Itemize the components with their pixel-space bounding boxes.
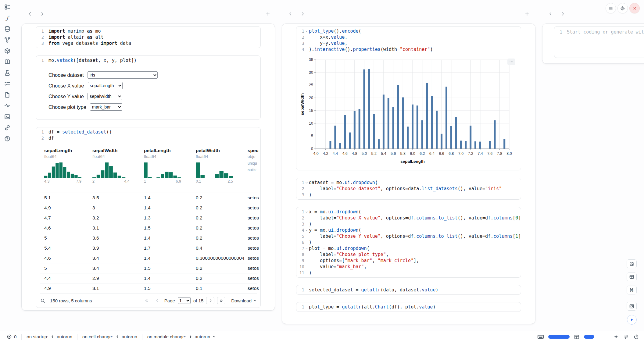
last-page-button[interactable] xyxy=(217,297,225,304)
column-forward-button[interactable] xyxy=(298,9,307,18)
settings-button[interactable] xyxy=(617,3,628,13)
fold-icon[interactable] xyxy=(304,209,309,215)
sparkles-icon xyxy=(613,334,619,340)
table-row: 4.42.91.40.2setos xyxy=(40,273,257,283)
rail-help-button[interactable] xyxy=(4,135,11,142)
table-cell: setos xyxy=(244,286,261,291)
prev-page-button[interactable] xyxy=(153,297,162,304)
choose-y-value-select[interactable]: sepalWidth xyxy=(88,93,122,100)
rail-file-button[interactable] xyxy=(4,91,11,98)
table-cell: 1.7 xyxy=(140,245,192,251)
line-number: 9 xyxy=(296,258,304,264)
rail-link-button[interactable] xyxy=(4,124,11,131)
next-page-button[interactable] xyxy=(206,297,214,304)
code-editor[interactable]: 1 Start coding or generate with AI xyxy=(554,27,644,35)
code-editor[interactable]: 1selected_dataset = getattr(data, datase… xyxy=(296,285,521,294)
code-editor[interactable]: 1plot_type = getattr(alt.Chart(df), plot… xyxy=(296,302,521,312)
rail-functions-button[interactable]: ƒ xyxy=(4,15,11,21)
dots-h-icon xyxy=(509,59,514,64)
chevron-left-icon xyxy=(288,12,293,16)
code-editor[interactable]: 1plot_type().encode(2 x=x.value,3 y=y.va… xyxy=(296,27,521,54)
download-button[interactable]: Download xyxy=(231,298,257,303)
runtime-config-1[interactable]: on cell change:autorun xyxy=(77,334,142,340)
fold-icon[interactable] xyxy=(304,227,309,233)
chart-menu-button[interactable] xyxy=(507,59,515,65)
command-palette-button[interactable]: ⌘ xyxy=(627,286,637,294)
explorer-icon xyxy=(4,4,10,10)
close-button[interactable] xyxy=(629,3,640,13)
rail-console-button[interactable] xyxy=(4,113,11,120)
rail-checklist-button[interactable] xyxy=(4,80,11,87)
layout-button[interactable] xyxy=(627,273,637,281)
fold-icon[interactable] xyxy=(304,245,309,251)
line-number: 1 xyxy=(36,129,44,135)
rail-book-button[interactable] xyxy=(4,59,11,65)
column-forward-button[interactable] xyxy=(38,9,46,18)
table-row: 4.931.40.2setos xyxy=(40,203,257,213)
generate-link[interactable]: generate xyxy=(611,29,633,35)
errors-indicator[interactable]: 0 xyxy=(2,334,21,340)
compare-button[interactable] xyxy=(623,334,629,340)
line-number: 3 xyxy=(296,40,304,46)
rail-flask-button[interactable] xyxy=(4,69,11,76)
rail-database-button[interactable] xyxy=(4,26,11,32)
altair-chart[interactable]: 4.04.24.44.64.85.05.25.45.65.86.06.26.46… xyxy=(299,57,513,169)
search-icon[interactable] xyxy=(40,298,48,303)
save-icon xyxy=(629,261,634,266)
svg-text:ƒ: ƒ xyxy=(5,15,10,21)
add-cell-button[interactable] xyxy=(263,9,272,18)
shutdown-button[interactable] xyxy=(633,334,639,340)
floating-actions: ⌘ xyxy=(627,259,637,325)
runtime-config-2[interactable]: on module change:autorun xyxy=(142,334,221,340)
choose-plot-type-select[interactable]: mark_bar xyxy=(90,103,122,111)
column-back-button[interactable] xyxy=(546,9,555,18)
fold-icon[interactable] xyxy=(304,180,309,186)
column-histogram xyxy=(196,162,233,178)
bolt-icon xyxy=(188,335,193,339)
rail-activity-button[interactable] xyxy=(4,102,11,109)
keyboard-shortcuts-button[interactable] xyxy=(537,333,544,340)
rail-explorer-button[interactable] xyxy=(4,4,11,10)
runtime-config-0[interactable]: on startup:autorun xyxy=(21,334,77,340)
column-back-button[interactable] xyxy=(286,9,295,18)
code-editor[interactable]: 1df = selected_dataset()2df xyxy=(36,127,260,143)
console-icon xyxy=(4,114,10,120)
code-editor[interactable]: 1x = mo.ui.dropdown(2 label="Choose X va… xyxy=(296,207,521,277)
vstack-output: Choose datasetirisChoose X valuesepalLen… xyxy=(36,65,260,119)
plot-cell: 1plot_type().encode(2 x=x.value,3 y=y.va… xyxy=(296,26,521,170)
page-select[interactable]: 1 xyxy=(178,297,191,304)
line-number: 2 xyxy=(296,215,304,221)
column-forward-button[interactable] xyxy=(558,9,567,18)
bolt-icon xyxy=(115,335,120,339)
code-editor[interactable]: 1dataset = mo.ui.dropdown(2 label="Choos… xyxy=(296,178,521,199)
run-all-button[interactable] xyxy=(627,315,637,325)
close-icon xyxy=(632,6,637,11)
svg-text:7.8: 7.8 xyxy=(497,151,502,156)
code-editor[interactable]: 1mo.vstack([dataset, x, y, plot]) xyxy=(36,56,260,65)
choose-x-value-select[interactable]: sepalLength xyxy=(88,82,123,89)
chevron-right-icon xyxy=(40,12,45,16)
line-number: 2 xyxy=(36,34,44,40)
save-button[interactable] xyxy=(627,259,637,268)
menu-button[interactable] xyxy=(606,3,616,13)
rail-package-button[interactable] xyxy=(4,48,11,54)
add-cell-button[interactable] xyxy=(523,9,531,18)
svg-text:4.0: 4.0 xyxy=(313,151,318,156)
code-editor[interactable]: 1import marimo as mo2import altair as al… xyxy=(36,27,260,48)
first-page-button[interactable] xyxy=(142,297,151,304)
svg-text:4.2: 4.2 xyxy=(323,151,328,156)
flask-icon xyxy=(4,70,10,76)
svg-text:7.2: 7.2 xyxy=(468,151,473,156)
table-cell: 4.4 xyxy=(40,276,88,281)
app-view-button[interactable] xyxy=(627,302,637,311)
choose-dataset-select[interactable]: iris xyxy=(88,71,158,79)
line-number: 3 xyxy=(296,221,304,227)
line-number: 6 xyxy=(296,239,304,245)
column-back-button[interactable] xyxy=(26,9,34,18)
svg-text:5.4: 5.4 xyxy=(381,151,386,156)
rail-graph-button[interactable] xyxy=(4,37,11,43)
ai-assist-button[interactable] xyxy=(613,334,619,340)
chevron-right-icon xyxy=(560,12,565,16)
window-mode-button[interactable] xyxy=(574,334,580,340)
fold-icon[interactable] xyxy=(304,28,309,34)
